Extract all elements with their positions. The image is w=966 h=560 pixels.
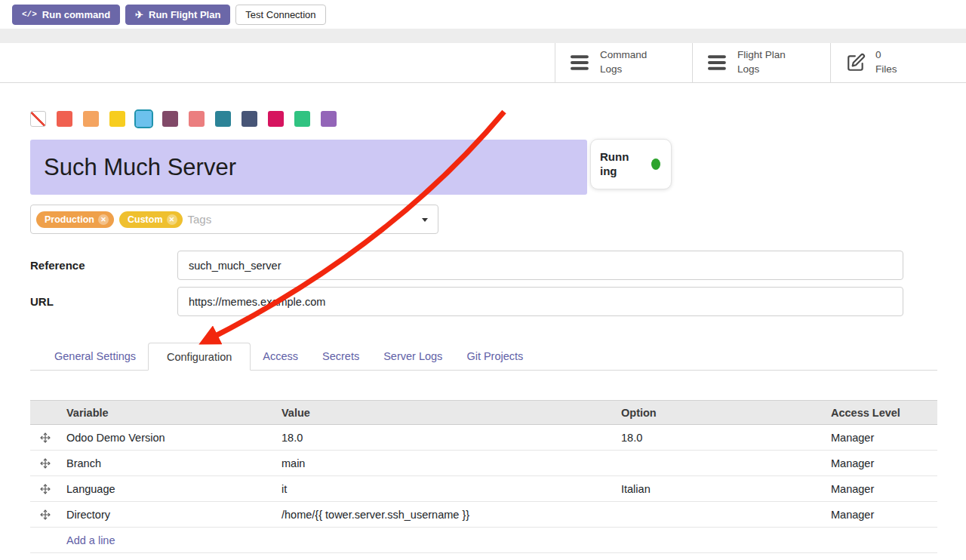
table-row[interactable]: Directory /home/{{ tower.server.ssh_user… [30, 502, 937, 528]
page: </> Run command ✈ Run Flight Plan Test C… [0, 0, 966, 560]
cell-value: main [275, 457, 615, 469]
server-status[interactable]: Running [590, 139, 672, 189]
cell-option: 18.0 [615, 432, 825, 444]
cell-access-level: Manager [825, 457, 937, 469]
variables-table: Variable Value Option Access Level Odoo … [30, 400, 937, 553]
tags-select[interactable]: Production ✕ Custom ✕ Tags [30, 205, 438, 234]
color-swatch-dark-blue[interactable] [242, 111, 257, 127]
color-swatch-green[interactable] [294, 111, 310, 127]
stat-files[interactable]: 0 Files [830, 43, 966, 82]
column-header-value: Value [275, 407, 615, 419]
cell-variable: Branch [60, 457, 275, 469]
cell-variable: Directory [60, 509, 275, 521]
code-icon: </> [22, 10, 37, 19]
cell-variable: Odoo Demo Version [60, 432, 275, 444]
table-header: Variable Value Option Access Level [30, 400, 937, 425]
tab-git-projects[interactable]: Git Projects [454, 343, 535, 370]
menu-icon [708, 54, 728, 71]
color-swatch-no-color[interactable] [30, 111, 46, 127]
cell-value: it [275, 483, 615, 495]
reference-input[interactable] [177, 251, 903, 280]
tab-general-settings[interactable]: General Settings [42, 343, 148, 370]
run-flight-plan-button[interactable]: ✈ Run Flight Plan [125, 5, 230, 25]
cell-variable: Language [60, 483, 275, 495]
drag-handle-icon[interactable] [40, 458, 51, 469]
tab-secrets[interactable]: Secrets [310, 343, 371, 370]
color-swatch-red[interactable] [57, 111, 72, 127]
test-connection-button[interactable]: Test Connection [235, 5, 325, 25]
server-name-input[interactable] [30, 140, 587, 195]
stat-files-text: 0 Files [875, 48, 897, 77]
tag-label: Production [45, 214, 94, 225]
tab-configuration[interactable]: Configuration [148, 343, 251, 371]
stat-flight-plan-logs[interactable]: Flight Plan Logs [692, 43, 830, 82]
tag-pill-production: Production ✕ [36, 211, 114, 228]
files-label: Files [875, 63, 897, 77]
header-row: Command Logs Flight Plan Logs 0 Files [0, 43, 966, 83]
reference-label: Reference [30, 251, 85, 280]
cell-access-level: Manager [825, 483, 937, 495]
server-status-label: Running [600, 150, 632, 179]
edit-icon [846, 53, 866, 72]
tab-server-logs[interactable]: Server Logs [371, 343, 454, 370]
color-swatch-salmon[interactable] [189, 111, 205, 127]
cell-value: /home/{{ tower.server.ssh_username }} [275, 509, 615, 521]
table-row[interactable]: Language it Italian Manager [30, 476, 937, 502]
files-count: 0 [875, 48, 897, 63]
table-row[interactable]: Odoo Demo Version 18.0 18.0 Manager [30, 425, 937, 451]
color-palette [30, 111, 337, 127]
drag-handle-icon[interactable] [40, 432, 51, 443]
tag-remove-icon[interactable]: ✕ [167, 214, 177, 225]
cell-option: Italian [615, 483, 825, 495]
color-swatch-light-blue[interactable] [136, 111, 152, 127]
drag-handle-icon[interactable] [40, 509, 51, 520]
tag-pill-custom: Custom ✕ [119, 211, 183, 228]
table-row[interactable]: Branch main Manager [30, 451, 937, 476]
stat-command-logs-label: Command Logs [600, 48, 662, 77]
tab-bar: General Settings Configuration Access Se… [30, 343, 937, 371]
url-input[interactable] [177, 287, 903, 316]
color-swatch-medium-blue[interactable] [215, 111, 231, 127]
cell-access-level: Manager [825, 509, 937, 521]
column-header-variable: Variable [60, 407, 275, 419]
color-swatch-fushia[interactable] [268, 111, 284, 127]
add-a-line-link[interactable]: Add a line [66, 534, 115, 546]
run-command-label: Run command [42, 9, 110, 20]
cell-access-level: Manager [825, 432, 937, 444]
column-header-access-level: Access Level [825, 407, 937, 419]
menu-icon [571, 54, 590, 71]
color-swatch-dark-purple[interactable] [162, 111, 178, 127]
drag-handle-icon[interactable] [40, 484, 51, 494]
color-swatch-yellow[interactable] [109, 111, 125, 127]
cell-value: 18.0 [275, 432, 615, 444]
stat-command-logs[interactable]: Command Logs [555, 43, 692, 82]
stat-buttons: Command Logs Flight Plan Logs 0 Files [555, 43, 966, 82]
tab-access[interactable]: Access [251, 343, 310, 370]
color-swatch-orange[interactable] [83, 111, 99, 127]
run-flight-plan-label: Run Flight Plan [149, 9, 220, 20]
column-header-option: Option [615, 407, 825, 419]
color-swatch-purple[interactable] [321, 111, 337, 127]
page-background-strip [0, 29, 966, 43]
add-line-row: Add a line [30, 528, 937, 553]
run-command-button[interactable]: </> Run command [12, 5, 120, 25]
tag-remove-icon[interactable]: ✕ [98, 214, 109, 225]
status-dot-icon [651, 158, 660, 170]
tag-label: Custom [128, 214, 163, 225]
test-connection-label: Test Connection [245, 9, 315, 20]
tags-placeholder: Tags [188, 213, 212, 226]
dropdown-caret-icon[interactable] [422, 218, 428, 222]
stat-flight-plan-logs-label: Flight Plan Logs [737, 48, 799, 77]
plane-icon: ✈ [135, 9, 143, 20]
top-toolbar: </> Run command ✈ Run Flight Plan Test C… [0, 0, 966, 29]
url-label: URL [30, 287, 54, 316]
